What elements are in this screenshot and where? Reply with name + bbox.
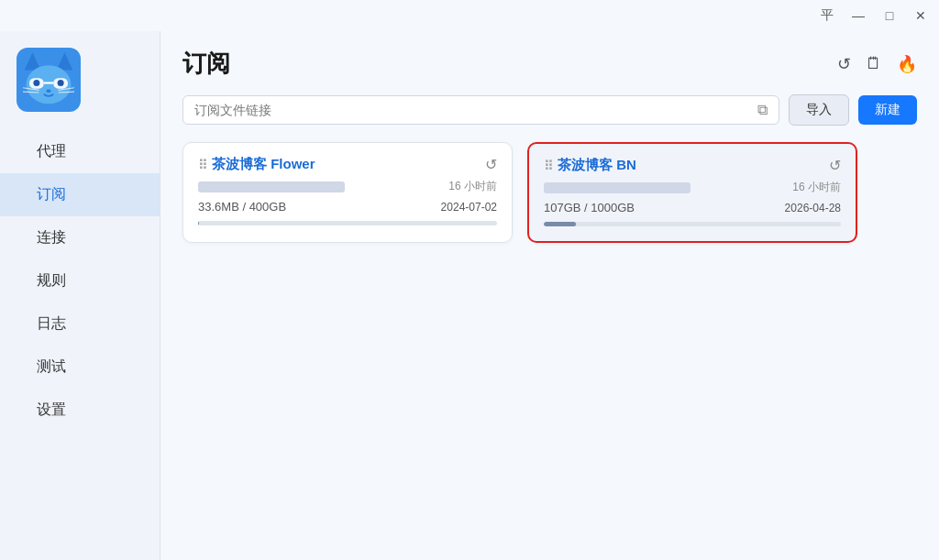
search-input-wrap: ⧉ — [182, 95, 779, 125]
progress-fill-bn — [544, 222, 576, 226]
cat-icon — [17, 48, 81, 112]
subscription-card-bn[interactable]: ⠿ 茶波博客 BN ↺ 16 小时前 107GB / 1000GB 2026-0… — [527, 142, 857, 243]
card-name-bn: ⠿ 茶波博客 BN — [544, 157, 636, 174]
search-input[interactable] — [194, 103, 750, 117]
card-usage-flower: 33.6MB / 400GB — [198, 200, 286, 214]
import-button[interactable]: 导入 — [789, 94, 849, 126]
copy-icon[interactable]: ⧉ — [757, 102, 768, 118]
card-refresh-icon-flower[interactable]: ↺ — [485, 156, 497, 173]
pin-button[interactable]: 平 — [818, 7, 836, 24]
card-refresh-icon-bn[interactable]: ↺ — [829, 157, 841, 174]
sidebar-nav: 代理 订阅 连接 规则 日志 测试 设置 — [0, 130, 160, 432]
sidebar-item-settings[interactable]: 设置 — [0, 389, 160, 432]
minimize-button[interactable]: — — [849, 8, 867, 23]
progress-bar-bn — [544, 222, 841, 226]
card-url-row-flower: 16 小时前 — [198, 179, 497, 194]
refresh-icon-button[interactable]: ↺ — [837, 54, 851, 74]
main-header: 订阅 ↺ 🗒 🔥 — [160, 31, 939, 89]
sidebar-item-test[interactable]: 测试 — [0, 346, 160, 389]
card-name-flower: ⠿ 茶波博客 Flower — [198, 156, 315, 173]
svg-point-9 — [46, 90, 50, 93]
cards-area: ⠿ 茶波博客 Flower ↺ 16 小时前 33.6MB / 400GB 20… — [160, 138, 939, 560]
card-url-masked-flower — [198, 181, 345, 192]
svg-point-8 — [58, 80, 64, 86]
card-stats-bn: 107GB / 1000GB 2026-04-28 — [544, 201, 841, 214]
sidebar-item-rules[interactable]: 规则 — [0, 259, 160, 302]
subscription-card-flower[interactable]: ⠿ 茶波博客 Flower ↺ 16 小时前 33.6MB / 400GB 20… — [182, 142, 513, 243]
main-content: 订阅 ↺ 🗒 🔥 ⧉ 导入 新建 ⠿ 茶波博客 Fl — [160, 31, 939, 560]
progress-bar-flower — [198, 221, 497, 225]
card-time-bn: 16 小时前 — [792, 180, 841, 195]
card-url-row-bn: 16 小时前 — [544, 180, 841, 195]
card-expire-bn: 2026-04-28 — [785, 202, 841, 214]
card-usage-bn: 107GB / 1000GB — [544, 201, 635, 214]
sidebar-item-connect[interactable]: 连接 — [0, 216, 160, 259]
page-title: 订阅 — [182, 48, 230, 80]
card-expire-flower: 2024-07-02 — [441, 201, 497, 214]
sidebar-item-proxy[interactable]: 代理 — [0, 130, 160, 173]
sidebar-logo — [0, 31, 160, 123]
card-header: ⠿ 茶波博客 Flower ↺ — [198, 156, 497, 173]
card-header-bn: ⠿ 茶波博客 BN ↺ — [544, 157, 841, 174]
titlebar: 平 — □ ✕ — [0, 0, 939, 31]
file-icon-button[interactable]: 🗒 — [866, 54, 882, 73]
app-container: 代理 订阅 连接 规则 日志 测试 设置 订阅 ↺ 🗒 🔥 ⧉ 导入 — [0, 31, 939, 560]
card-url-masked-bn — [544, 182, 690, 193]
header-actions: ↺ 🗒 🔥 — [837, 54, 917, 74]
drag-dots-icon: ⠿ — [198, 158, 206, 172]
toolbar: ⧉ 导入 新建 — [160, 89, 939, 138]
card-time-flower: 16 小时前 — [448, 179, 497, 194]
sidebar: 代理 订阅 连接 规则 日志 测试 设置 — [0, 31, 160, 560]
maximize-button[interactable]: □ — [880, 8, 899, 23]
svg-point-7 — [33, 80, 39, 86]
sidebar-item-subscribe[interactable]: 订阅 — [0, 173, 160, 216]
flame-icon-button[interactable]: 🔥 — [897, 54, 917, 74]
sidebar-item-logs[interactable]: 日志 — [0, 302, 160, 346]
card-stats-flower: 33.6MB / 400GB 2024-07-02 — [198, 200, 497, 214]
drag-dots-icon-bn: ⠿ — [544, 159, 552, 173]
close-button[interactable]: ✕ — [911, 8, 930, 23]
new-button[interactable]: 新建 — [858, 95, 917, 125]
